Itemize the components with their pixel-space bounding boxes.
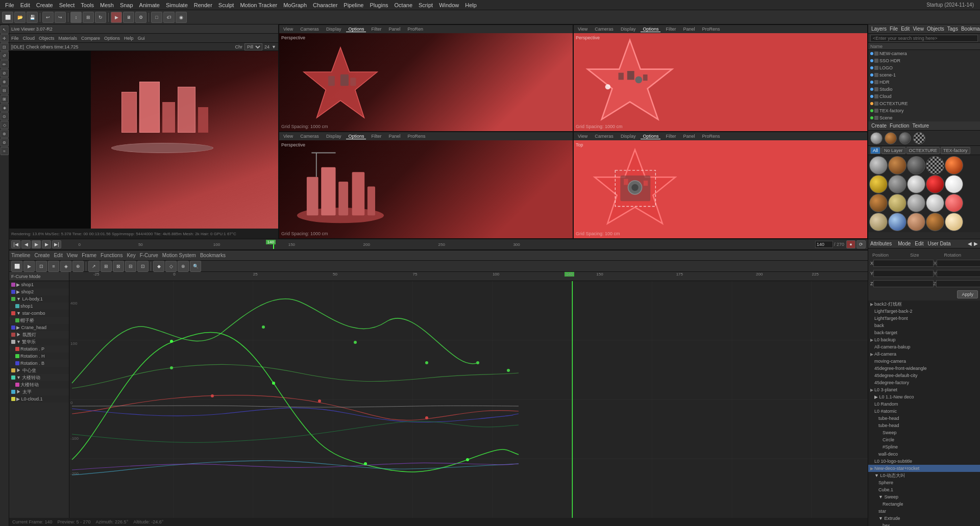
attr-size-z[interactable]: 1	[936, 280, 980, 287]
mat-preview-brown[interactable]	[885, 132, 897, 144]
vp2-tab-proRen[interactable]: ProRens	[700, 27, 722, 32]
layers-menu-objects[interactable]: Objects	[927, 26, 944, 32]
tool-measure[interactable]: ⊜	[1, 138, 9, 146]
vp3-tab-panel[interactable]: Panel	[386, 134, 402, 139]
mat-6[interactable]	[869, 175, 888, 193]
obj-l0-dynamic[interactable]: ▼ L0-动态大叫	[868, 472, 980, 479]
obj-moving-camera[interactable]: moving-camera	[868, 358, 980, 365]
obj-sphere[interactable]: Sphere	[868, 479, 980, 486]
obj-spline[interactable]: #Spline	[868, 443, 980, 450]
menu-mesh[interactable]: Mesh	[97, 2, 117, 8]
tl-btn-2[interactable]: ▶	[23, 261, 35, 272]
goto-end-btn[interactable]: ▶|	[52, 240, 61, 248]
layer-hdr[interactable]: HDR	[868, 79, 980, 86]
obj-circle[interactable]: Circle	[868, 436, 980, 443]
obj-new-deco-star[interactable]: ▶ New-deco-star+rocket	[868, 465, 980, 472]
attrs-tab-userdata[interactable]: User Data	[928, 241, 951, 246]
obj-all-camera[interactable]: ▶ All-camera	[868, 350, 980, 358]
attrs-nav-prev[interactable]: ◀	[968, 241, 972, 246]
vp3-tab-options[interactable]: Options	[346, 134, 366, 139]
layer-vis-logo[interactable]	[874, 66, 878, 70]
vp4-tab-proRen[interactable]: ProRens	[700, 134, 722, 139]
mat-preview-dark[interactable]	[899, 132, 911, 144]
layer-tex-factory[interactable]: TEX-factory	[868, 107, 980, 114]
mat-19[interactable]	[926, 213, 944, 231]
mat-7[interactable]	[888, 175, 906, 193]
fc-item-center[interactable]: ▶ 中心坐	[9, 367, 69, 374]
materials-func[interactable]: Function	[890, 123, 909, 129]
obj-back-target[interactable]: back-target	[868, 329, 980, 336]
menu-plugins[interactable]: Plugins	[366, 2, 391, 8]
mat-3[interactable]	[907, 156, 925, 174]
mat-filter-all[interactable]: All	[870, 147, 880, 154]
next-frame-btn[interactable]: ▶	[42, 240, 51, 248]
mat-12[interactable]	[888, 194, 906, 212]
layer-logo[interactable]: LOGO	[868, 64, 980, 71]
lv-arrow-down[interactable]: ▼	[272, 44, 276, 49]
tl-menu-bookmarks[interactable]: Bookmarks	[200, 253, 226, 258]
obj-sweep[interactable]: Sweep	[868, 429, 980, 436]
lv-menu-cloud[interactable]: Cloud	[23, 36, 35, 41]
vp2-tab-view[interactable]: View	[576, 27, 590, 32]
render-btn[interactable]: ▶	[111, 12, 122, 23]
obj-l0-10-logo[interactable]: L0 10-logo-subtitle	[868, 458, 980, 465]
vp3-tab-proRen[interactable]: ProRens	[405, 134, 427, 139]
tool-poly[interactable]: ◇	[1, 121, 9, 129]
menu-script[interactable]: Script	[415, 2, 436, 8]
tl-menu-key[interactable]: Key	[127, 253, 135, 258]
attr-pos-y[interactable]: 11.156 cm	[873, 270, 934, 277]
tl-btn-8[interactable]: ⊞	[101, 261, 112, 272]
layer-vis-new-camera[interactable]	[874, 52, 878, 56]
attrs-tab-edit[interactable]: Edit	[915, 241, 923, 246]
mat-16[interactable]	[869, 213, 888, 231]
fc-item-cloud[interactable]: ▶ L0-cloud.1	[9, 395, 69, 403]
vp1-tab-cameras[interactable]: Cameras	[298, 27, 321, 32]
vp4-tab-options[interactable]: Options	[641, 134, 660, 139]
mat-11[interactable]	[869, 194, 888, 212]
fc-item-hat[interactable]: 帽子桥	[9, 317, 69, 324]
vp3-tab-filter[interactable]: Filter	[369, 134, 383, 139]
obj-45degree-wide[interactable]: 45degree-front-wideangle	[868, 365, 980, 372]
vp3-tab-display[interactable]: Display	[324, 134, 344, 139]
obj-back[interactable]: back	[868, 322, 980, 329]
tl-btn-11[interactable]: ⊡	[137, 261, 149, 272]
lv-menu-help[interactable]: Help	[124, 36, 134, 41]
tool-rotate[interactable]: ↺	[1, 52, 9, 60]
tl-btn-5[interactable]: ◈	[60, 261, 71, 272]
mat-4[interactable]	[926, 156, 944, 174]
tool-scale[interactable]: ⊡	[1, 43, 9, 51]
obj-hex[interactable]: hex	[868, 522, 980, 526]
tool-brush[interactable]: ⊛	[1, 130, 9, 138]
lv-menu-objects[interactable]: Objects	[39, 36, 55, 41]
render-view-btn[interactable]: 🖥	[123, 12, 134, 23]
tl-menu-view[interactable]: View	[67, 253, 78, 258]
menu-file[interactable]: File	[2, 2, 17, 8]
layer-cloud[interactable]: Cloud	[868, 93, 980, 100]
attrs-tab-mode[interactable]: Mode	[898, 241, 911, 246]
fc-item-shop1-2[interactable]: shop1	[9, 303, 69, 310]
tl-menu-motion[interactable]: Motion System	[162, 253, 196, 258]
mat-2[interactable]	[888, 156, 906, 174]
obj-cube1[interactable]: Cube.1	[868, 486, 980, 493]
tl-menu-create[interactable]: Create	[34, 253, 50, 258]
vp2-tab-options[interactable]: Options	[641, 27, 660, 32]
tool-bridge[interactable]: ⊞	[1, 95, 9, 103]
loop-btn[interactable]: ⟳	[856, 240, 866, 248]
layer-scene1[interactable]: scene-1	[868, 71, 980, 79]
vp3-tab-view[interactable]: View	[281, 134, 295, 139]
mat-18[interactable]	[907, 213, 925, 231]
obj-star[interactable]: star	[868, 508, 980, 515]
vp4-tab-cameras[interactable]: Cameras	[593, 134, 616, 139]
lv-chr-select[interactable]: Pill	[244, 43, 262, 51]
fc-item-fanhua[interactable]: ▼ 繁华乐	[9, 338, 69, 345]
menu-character[interactable]: Character	[310, 2, 340, 8]
apply-button[interactable]: Apply	[957, 290, 978, 298]
obj-extrude[interactable]: ▼ Extrude	[868, 515, 980, 522]
tl-btn-10[interactable]: ⊟	[125, 261, 136, 272]
goto-start-btn[interactable]: |◀	[11, 240, 20, 248]
tool-move[interactable]: ✛	[1, 34, 9, 42]
tl-btn-14[interactable]: ⊗	[178, 261, 189, 272]
layer-scene[interactable]: Scene	[868, 114, 980, 121]
tl-btn-13[interactable]: ◇	[165, 261, 177, 272]
vp4-tab-display[interactable]: Display	[619, 134, 638, 139]
